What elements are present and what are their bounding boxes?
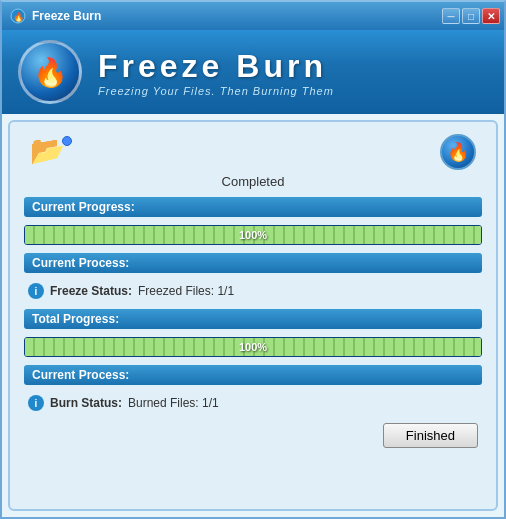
freeze-status-label: Freeze Status: xyxy=(50,284,132,298)
app-header: 🔥 Freeze Burn Freezing Your Files. Then … xyxy=(2,30,504,114)
total-progress-value: 100% xyxy=(239,341,267,353)
title-bar: 🔥 Freeze Burn ─ □ ✕ xyxy=(2,2,504,30)
svg-text:🔥: 🔥 xyxy=(13,11,25,23)
completed-label: Completed xyxy=(24,174,482,189)
title-bar-buttons: ─ □ ✕ xyxy=(442,8,500,24)
bottom-row: Finished xyxy=(24,421,482,448)
info-icon-1: i xyxy=(28,283,44,299)
freeze-status-row: i Freeze Status: Freezed Files: 1/1 xyxy=(24,281,482,301)
title-bar-title: Freeze Burn xyxy=(32,9,101,23)
burn-status-row: i Burn Status: Burned Files: 1/1 xyxy=(24,393,482,413)
current-progress-label: Current Progress: xyxy=(24,197,482,217)
folder-dot xyxy=(62,136,72,146)
minimize-button[interactable]: ─ xyxy=(442,8,460,24)
app-logo: 🔥 xyxy=(18,40,82,104)
status-row: 📂 🔥 xyxy=(24,134,482,170)
close-button[interactable]: ✕ xyxy=(482,8,500,24)
folder-icon-wrap: 📂 xyxy=(30,134,70,170)
title-bar-icon: 🔥 xyxy=(10,8,26,24)
info-icon-2: i xyxy=(28,395,44,411)
folder-icon: 📂 xyxy=(30,135,65,166)
flame-circle-icon: 🔥 xyxy=(440,134,476,170)
total-progress-bar: 100% xyxy=(24,337,482,357)
title-bar-left: 🔥 Freeze Burn xyxy=(10,8,101,24)
burn-status-label: Burn Status: xyxy=(50,396,122,410)
main-content: 📂 🔥 Completed Current Progress: 100% Cur… xyxy=(8,120,498,511)
current-process-label-2: Current Process: xyxy=(24,365,482,385)
freeze-status-value: Freezed Files: 1/1 xyxy=(138,284,234,298)
total-progress-label: Total Progress: xyxy=(24,309,482,329)
logo-flame-icon: 🔥 xyxy=(33,56,68,89)
main-window: 🔥 Freeze Burn ─ □ ✕ 🔥 Freeze Burn Freezi… xyxy=(0,0,506,519)
finished-button[interactable]: Finished xyxy=(383,423,478,448)
current-process-label-1: Current Process: xyxy=(24,253,482,273)
flame-small-icon: 🔥 xyxy=(447,141,469,163)
burn-status-value: Burned Files: 1/1 xyxy=(128,396,219,410)
current-progress-bar: 100% xyxy=(24,225,482,245)
header-text-block: Freeze Burn Freezing Your Files. Then Bu… xyxy=(98,48,334,97)
app-title: Freeze Burn xyxy=(98,48,334,85)
current-progress-value: 100% xyxy=(239,229,267,241)
app-subtitle: Freezing Your Files. Then Burning Them xyxy=(98,85,334,97)
maximize-button[interactable]: □ xyxy=(462,8,480,24)
